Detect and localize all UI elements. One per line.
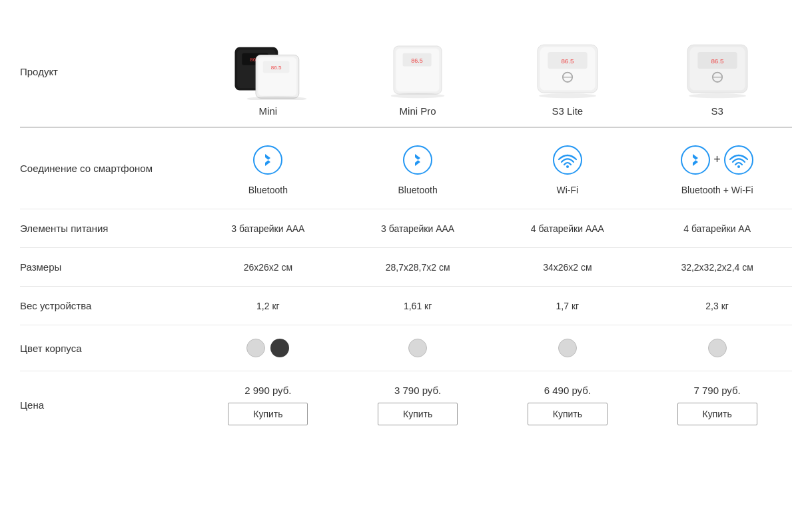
- color-label: Цвет корпуса: [20, 343, 193, 354]
- weight-mini-value: 1,2 кг: [256, 301, 280, 311]
- price-s3-lite: 6 490 руб. Купить: [493, 385, 643, 425]
- mini-pro-buy-button[interactable]: Купить: [378, 403, 458, 425]
- color-s3-lite: [493, 339, 643, 357]
- product-mini-pro: 86.5 Mini Pro: [343, 27, 493, 117]
- s3-lite-connection-text: Wi-Fi: [557, 185, 579, 195]
- mini-pro-price-section: 3 790 руб. Купить: [378, 385, 458, 425]
- s3-lite-price-section: 6 490 руб. Купить: [528, 385, 608, 425]
- price-row: Цена 2 990 руб. Купить 3 790 руб. Купить…: [20, 371, 792, 439]
- s3-price-text: 7 790 руб.: [693, 385, 740, 396]
- battery-s3-lite: 4 батарейки AAA: [493, 223, 643, 234]
- color-columns: [193, 339, 792, 357]
- dimensions-row: Размеры 26x26x2 см 28,7x28,7x2 см 34x26x…: [20, 248, 792, 287]
- color-s3: [642, 339, 792, 357]
- weight-mini: 1,2 кг: [193, 301, 343, 311]
- dimensions-s3-lite: 34x26x2 см: [493, 262, 643, 273]
- product-label: Продукт: [20, 66, 193, 77]
- connection-s3-lite: Wi-Fi: [493, 141, 643, 195]
- svg-point-13: [391, 93, 445, 98]
- mini-scale-image: 86.5 86.5: [228, 40, 308, 100]
- connection-row: Соединение со смартфоном Bluetooth: [20, 128, 792, 209]
- mini-buy-button[interactable]: Купить: [228, 403, 308, 425]
- price-mini: 2 990 руб. Купить: [193, 385, 343, 425]
- price-s3: 7 790 руб. Купить: [642, 385, 792, 425]
- connection-s3: + Bluetooth + Wi-Fi: [642, 141, 792, 195]
- mini-pro-image-container: 86.5: [378, 27, 458, 100]
- dimensions-label: Размеры: [20, 261, 193, 273]
- weight-mini-pro-value: 1,61 кг: [404, 301, 432, 311]
- mini-price-text: 2 990 руб.: [244, 385, 291, 396]
- product-columns: 86.5 86.5 Mini: [193, 27, 792, 117]
- mini-name: Mini: [259, 105, 278, 117]
- connection-columns: Bluetooth Bluetooth: [193, 141, 792, 195]
- battery-mini: 3 батарейки AAA: [193, 223, 343, 234]
- s3-scale-image: 86.5: [677, 40, 757, 100]
- s3-color-circles: [708, 339, 727, 357]
- mini-color-dark: [270, 339, 289, 357]
- dimensions-s3-lite-value: 34x26x2 см: [543, 262, 592, 273]
- bluetooth-icon-s3: [680, 145, 711, 175]
- wifi-icon-s3-lite: [552, 145, 583, 175]
- connection-mini: Bluetooth: [193, 141, 343, 195]
- s3-lite-price-text: 6 490 руб.: [544, 385, 591, 396]
- mini-pro-price-text: 3 790 руб.: [394, 385, 441, 396]
- plus-sign-s3: +: [713, 153, 721, 167]
- s3-buy-button[interactable]: Купить: [677, 403, 757, 425]
- dimensions-mini-pro-value: 28,7x28,7x2 см: [386, 262, 450, 273]
- svg-point-33: [725, 146, 753, 174]
- battery-s3: 4 батарейки AA: [642, 223, 792, 234]
- connection-mini-pro: Bluetooth: [343, 141, 493, 195]
- mini-pro-scale-image: 86.5: [378, 40, 458, 100]
- s3-lite-name: S3 Lite: [552, 105, 584, 117]
- s3-connection-icon: +: [680, 141, 754, 178]
- svg-text:86.5: 86.5: [561, 57, 574, 65]
- mini-pro-connection-icon: [402, 141, 433, 178]
- weight-s3: 2,3 кг: [642, 301, 792, 311]
- mini-pro-color-circles: [408, 339, 427, 357]
- battery-label: Элементы питания: [20, 223, 193, 234]
- mini-color-circles: [246, 339, 289, 357]
- dimensions-mini: 26x26x2 см: [193, 262, 343, 273]
- svg-point-20: [539, 93, 596, 98]
- color-row: Цвет корпуса: [20, 325, 792, 371]
- connection-label: Соединение со смартфоном: [20, 163, 193, 174]
- s3-color-light: [708, 339, 727, 357]
- battery-s3-lite-value: 4 батарейки AAA: [531, 223, 604, 234]
- wifi-icon-s3: [723, 145, 754, 175]
- mini-connection-icon: [252, 141, 283, 178]
- bluetooth-icon-mini-pro: [402, 145, 433, 175]
- battery-mini-value: 3 батарейки AAA: [231, 223, 304, 234]
- weight-s3-lite-value: 1,7 кг: [556, 301, 580, 311]
- s3-lite-buy-button[interactable]: Купить: [528, 403, 608, 425]
- product-row: Продукт 86.5 86.5: [20, 13, 792, 128]
- mini-pro-connection-text: Bluetooth: [398, 185, 438, 195]
- svg-text:86.5: 86.5: [711, 57, 724, 65]
- s3-lite-scale-image: 86.5: [528, 40, 608, 100]
- price-label: Цена: [20, 399, 193, 411]
- s3-name: S3: [711, 105, 723, 117]
- weight-mini-pro: 1,61 кг: [343, 301, 493, 311]
- battery-columns: 3 батарейки AAA 3 батарейки AAA 4 батаре…: [193, 223, 792, 234]
- battery-s3-value: 4 батарейки AA: [683, 223, 751, 234]
- svg-point-31: [566, 165, 569, 168]
- dimensions-s3: 32,2x32,2x2,4 см: [642, 262, 792, 273]
- weight-s3-lite: 1,7 кг: [493, 301, 643, 311]
- color-mini: [193, 339, 343, 357]
- mini-price-section: 2 990 руб. Купить: [228, 385, 308, 425]
- s3-lite-image-container: 86.5: [528, 27, 608, 100]
- s3-connection-text: Bluetooth + Wi-Fi: [681, 185, 753, 195]
- battery-mini-pro-value: 3 батарейки AAA: [381, 223, 454, 234]
- weight-s3-value: 2,3 кг: [705, 301, 729, 311]
- s3-lite-color-circles: [558, 339, 577, 357]
- dimensions-columns: 26x26x2 см 28,7x28,7x2 см 34x26x2 см 32,…: [193, 262, 792, 273]
- svg-point-27: [688, 93, 745, 98]
- dimensions-mini-value: 26x26x2 см: [244, 262, 292, 273]
- s3-price-section: 7 790 руб. Купить: [677, 385, 757, 425]
- svg-text:86.5: 86.5: [411, 57, 423, 64]
- svg-point-30: [554, 146, 582, 174]
- weight-columns: 1,2 кг 1,61 кг 1,7 кг 2,3 кг: [193, 301, 792, 311]
- svg-point-34: [737, 165, 740, 168]
- mini-color-light: [246, 339, 265, 357]
- mini-connection-text: Bluetooth: [248, 185, 288, 195]
- weight-row: Вес устройства 1,2 кг 1,61 кг 1,7 кг 2,3…: [20, 287, 792, 325]
